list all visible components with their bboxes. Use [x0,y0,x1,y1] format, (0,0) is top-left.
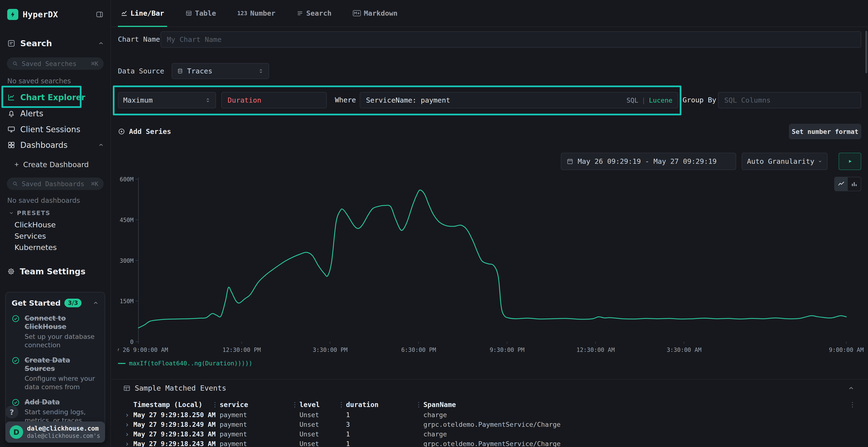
tab-markdown[interactable]: Markdown [350,0,401,27]
chevron-up-icon[interactable] [98,142,104,148]
chevron-down-icon [818,158,822,165]
saved-dashboards-input[interactable]: Saved Dashboards ⌘K [7,177,104,190]
tab-label: Table [195,9,216,18]
bell-icon [7,109,16,117]
column-header-service[interactable]: service [220,401,248,409]
line-chart-toggle[interactable] [835,177,848,191]
sidebar-item-client-sessions[interactable]: Client Sessions [7,122,104,137]
cell-service: payment [220,411,247,419]
bar-chart-toggle[interactable] [848,177,861,191]
tab-label: Line/Bar [130,9,164,18]
cell-level: Unset [300,431,319,438]
get-started-item[interactable]: Add Data Start sending logs, metrics, or… [11,398,99,424]
get-started-item-subtitle: Set up your database connection [25,332,99,349]
logo-row: HyperDX [7,7,104,22]
help-button[interactable]: ? [5,406,18,419]
tab-label: Number [250,9,276,18]
sidebar-item-label: Dashboards [20,140,67,150]
search-section-icon [7,39,16,47]
get-started-item-subtitle: Configure where your data comes from [25,374,99,391]
get-started-item-title: Add Data [25,398,99,406]
preset-item-clickhouse[interactable]: ClickHouse [14,219,56,230]
list-icon [297,10,303,16]
lucene-toggle[interactable]: Lucene [649,97,673,104]
sql-toggle[interactable]: SQL [626,97,638,104]
preset-item-kubernetes[interactable]: Kubernetes [14,242,57,253]
events-panel-header[interactable]: Sample Matched Events [123,384,226,392]
row-expand-icon[interactable]: › [125,430,129,438]
sidebar-item-team-settings[interactable]: Team Settings [7,264,104,279]
sidebar-item-dashboards[interactable]: Dashboards [7,138,104,152]
plus-circle-icon [118,128,125,135]
create-dashboard-button[interactable]: Create Dashboard [13,159,89,170]
user-email: dale@clickhouse.com [27,425,100,432]
check-circle-icon [11,314,20,349]
chart-name-input[interactable] [161,31,861,48]
svg-text:3:30:00 PM: 3:30:00 PM [313,347,348,353]
cell-service: payment [220,421,247,428]
check-circle-icon [11,356,20,391]
tab-line-bar[interactable]: Line/Bar [118,0,167,27]
sidebar-item-label: Chart Explorer [20,93,85,102]
user-menu[interactable]: D dale@clickhouse.com dale@clickhouse.co… [5,421,105,443]
saved-searches-input[interactable]: Saved Searches ⌘K [7,57,104,70]
collapse-sidebar-icon[interactable] [95,10,104,18]
column-menu-icon[interactable]: ⋮ [849,401,856,408]
group-by-input[interactable] [718,92,861,108]
monitor-icon [7,125,16,133]
presets-toggle[interactable]: PRESETS [9,208,51,218]
get-started-item-title: Create Data Sources [25,356,99,373]
table-row[interactable]: › May 27 9:29:18.250 AM payment Unset 1 … [112,410,868,419]
chart-canvas[interactable]: 0150M300M450M600MMay 26 9:00:00 AM12:30:… [118,171,868,357]
date-range-picker[interactable]: May 26 09:29:19 - May 27 09:29:19 [561,153,736,170]
chevron-up-icon[interactable] [93,300,99,306]
scrollbar-thumb[interactable] [865,31,867,73]
get-started-item[interactable]: Connect to ClickHouse Set up your databa… [11,314,99,349]
cell-duration: 1 [346,431,350,438]
collapse-panel-icon[interactable] [848,385,855,391]
get-started-card: Get Started 3/3 Connect to ClickHouse Se… [5,292,105,433]
add-series-button[interactable]: Add Series [118,124,171,139]
column-header-level[interactable]: level [300,401,320,409]
get-started-item[interactable]: Create Data Sources Configure where your… [11,356,99,391]
preset-item-services[interactable]: Services [14,231,46,242]
cell-timestamp: May 27 9:29:18.249 AM [133,421,216,428]
sidebar-item-chart-explorer[interactable]: Chart Explorer [7,90,104,105]
tab-table[interactable]: Table [183,0,219,27]
timeseries-chart[interactable]: 0150M300M450M600MMay 26 9:00:00 AM12:30:… [118,171,868,357]
granularity-select[interactable]: Auto Granularity [742,153,828,170]
get-started-header[interactable]: Get Started 3/3 [11,299,99,307]
tab-number[interactable]: 123 Number [235,0,278,27]
saved-dashboards-placeholder: Saved Dashboards [22,180,84,187]
field-input[interactable] [221,92,327,108]
column-header-duration[interactable]: duration [346,401,378,409]
table-row[interactable]: › May 27 9:29:18.249 AM payment Unset 3 … [112,419,868,429]
set-number-format-button[interactable]: Set number format [789,124,861,139]
row-expand-icon[interactable]: › [125,411,129,419]
tab-search[interactable]: Search [294,0,334,27]
column-header-timestamp[interactable]: Timestamp (Local) [133,401,203,409]
aggregation-select[interactable]: Maximum [118,92,216,108]
row-expand-icon[interactable]: › [125,420,129,429]
column-menu-icon[interactable]: ⋮ [212,401,218,408]
cell-service: payment [220,431,247,438]
column-menu-icon[interactable]: ⋮ [415,401,422,408]
sidebar: HyperDX Search Saved Searches ⌘K No save… [0,0,111,447]
sidebar-section-search[interactable]: Search [7,37,104,50]
svg-text:450M: 450M [120,217,133,224]
data-source-select[interactable]: Traces [172,63,269,79]
row-expand-icon[interactable]: › [125,440,129,447]
column-menu-icon[interactable]: ⋮ [291,401,298,408]
chevron-up-icon[interactable] [98,40,104,46]
plus-icon [13,161,20,168]
table-row[interactable]: › May 27 9:29:18.243 AM payment Unset 1 … [112,429,868,439]
sidebar-item-alerts[interactable]: Alerts [7,106,104,121]
events-table-body: › May 27 9:29:18.250 AM payment Unset 1 … [112,410,868,447]
column-menu-icon[interactable]: ⋮ [338,401,345,408]
column-header-spanname[interactable]: SpanName [424,401,456,409]
table-row[interactable]: › May 27 9:29:18.243 AM payment Unset 1 … [112,439,868,447]
events-panel-title: Sample Matched Events [135,384,226,392]
cell-timestamp: May 27 9:29:18.243 AM [133,440,216,447]
aggregation-value: Maximum [123,96,201,104]
run-query-button[interactable] [839,153,861,170]
